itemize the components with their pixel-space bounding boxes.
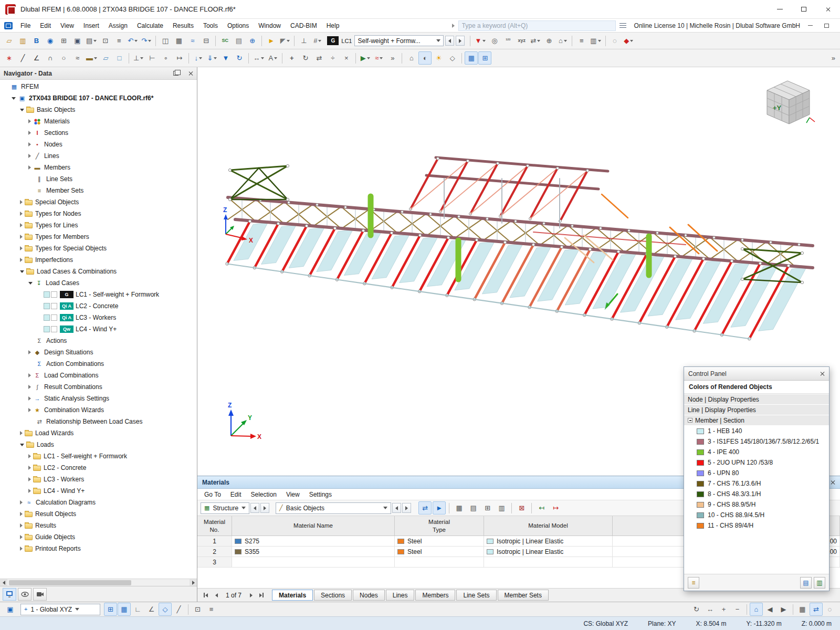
- section-color-item[interactable]: 4 - IPE 400: [684, 447, 829, 457]
- copy-graphic-icon[interactable]: ⊡: [99, 34, 112, 47]
- panel-manager-icon[interactable]: ⊞: [57, 34, 70, 47]
- material-model-cell[interactable]: [484, 557, 613, 568]
- member-eccentricity-icon[interactable]: ↦: [173, 51, 186, 65]
- tree-expander-icon[interactable]: [28, 373, 31, 377]
- tables-toggle-icon[interactable]: ▦: [172, 34, 185, 47]
- section-color-item[interactable]: 10 - CHS 88.9/4.5/H: [684, 510, 829, 520]
- clear-table-icon[interactable]: ⊠: [515, 501, 528, 514]
- loadcase-solve-cell[interactable]: [44, 314, 50, 321]
- search-input[interactable]: [462, 22, 612, 29]
- new-opening-icon[interactable]: □: [113, 51, 126, 65]
- message-center-icon[interactable]: ◌: [823, 603, 836, 616]
- tree-item-2tx043-bridge-107-dance-floor-rf6[interactable]: ▣2TX043 BRIDGE 107 - DANCE FLOOR.rf6*: [0, 92, 197, 104]
- section-color-item[interactable]: 9 - CHS 88.9/5/H: [684, 499, 829, 510]
- tree-item-rfem[interactable]: ▦RFEM: [0, 81, 197, 92]
- result-diagrams-icon[interactable]: ≈: [186, 34, 199, 47]
- tree-item-combination-wizards[interactable]: ★Combination Wizards: [0, 404, 197, 416]
- tree-expander-icon[interactable]: [20, 512, 23, 516]
- tree-item-materials[interactable]: Materials: [0, 116, 197, 127]
- tree-expander-icon[interactable]: [28, 119, 31, 123]
- member-hinge-icon[interactable]: ∘: [159, 51, 172, 65]
- zoom-window-icon[interactable]: ◌: [608, 34, 622, 47]
- table-group-dropdown[interactable]: ▦ Structure: [201, 502, 249, 514]
- new-arc-icon[interactable]: ∩: [44, 51, 57, 65]
- work-plane-icon[interactable]: ⊥: [297, 34, 310, 47]
- annotation-icon[interactable]: A: [266, 51, 279, 65]
- rotate-objects-icon[interactable]: ↻: [299, 51, 312, 65]
- table-tab-nodes[interactable]: Nodes: [353, 590, 385, 601]
- undo-icon[interactable]: ↶: [126, 34, 139, 47]
- loadcase-check-cell[interactable]: [51, 326, 57, 332]
- tree-item-members[interactable]: ▬Members: [0, 162, 197, 173]
- numbering-objects-icon[interactable]: ¹²³: [501, 34, 514, 47]
- tree-item-lc3-workers[interactable]: LC3 - Workers: [0, 474, 197, 485]
- loadcase-check-cell[interactable]: [51, 314, 57, 321]
- tree-expander-icon[interactable]: [28, 408, 31, 412]
- viewport-display-icon[interactable]: ▣: [4, 603, 17, 616]
- polar-toggle-icon[interactable]: ∠: [145, 603, 158, 616]
- tree-expander-icon[interactable]: [20, 431, 23, 435]
- menu-cad-bim[interactable]: CAD-BIM: [286, 20, 322, 32]
- tree-item-calculation-diagrams[interactable]: ≈Calculation Diagrams: [0, 497, 197, 508]
- user-views-icon[interactable]: ⌂: [556, 34, 569, 47]
- tree-expander-icon[interactable]: [12, 97, 16, 100]
- navigator-tab-views[interactable]: [33, 588, 47, 601]
- tree-expander-icon[interactable]: [20, 535, 23, 539]
- collapse-icon[interactable]: [688, 418, 692, 423]
- pick-in-graphic-icon[interactable]: ►: [433, 501, 446, 514]
- export-spreadsheet-icon[interactable]: SC: [218, 34, 232, 47]
- scroll-left-icon[interactable]: [0, 579, 7, 586]
- tree-expander-icon[interactable]: [28, 489, 31, 493]
- menu-insert[interactable]: Insert: [79, 20, 104, 32]
- graphic-sync-icon[interactable]: ⇄: [810, 603, 823, 616]
- snap-toggle-icon[interactable]: ⊞: [104, 603, 117, 616]
- float-panel-icon[interactable]: [173, 71, 178, 76]
- web-services-icon[interactable]: ⊕: [246, 34, 259, 47]
- color-scales-icon[interactable]: ▥: [589, 34, 602, 47]
- results-display-icon[interactable]: ≈: [372, 51, 385, 65]
- tree-expander-icon[interactable]: [28, 477, 31, 481]
- loadcase-check-cell[interactable]: [51, 291, 57, 298]
- tree-expander-icon[interactable]: [28, 142, 31, 146]
- tree-item-lc3-workers[interactable]: Qi ALC3 - Workers: [0, 312, 197, 323]
- float-ribbon-icon[interactable]: [824, 24, 829, 28]
- scroll-right-icon[interactable]: [190, 579, 197, 586]
- panel-list-icon[interactable]: ≡: [688, 577, 699, 589]
- new-polyline-icon[interactable]: ∠: [30, 51, 43, 65]
- section-color-item[interactable]: 1 - HEB 140: [684, 426, 829, 436]
- open-model-icon[interactable]: ▥: [16, 34, 29, 47]
- object-snap-icon[interactable]: ◇: [159, 603, 172, 616]
- tree-item-lc4-wind-y[interactable]: LC4 - Wind Y+: [0, 485, 197, 497]
- dlubal-center-icon[interactable]: ◉: [44, 34, 57, 47]
- tree-expander-icon[interactable]: [20, 523, 23, 528]
- close-table-icon[interactable]: [830, 480, 835, 485]
- previous-page-button[interactable]: [211, 590, 222, 601]
- nodal-support-icon[interactable]: ⊥: [132, 51, 145, 65]
- area-load-icon[interactable]: ▼: [219, 51, 232, 65]
- close-navigator-icon[interactable]: [188, 71, 193, 76]
- render-mode-icon[interactable]: ◐: [418, 51, 432, 65]
- tree-item-lines[interactable]: ╱Lines: [0, 150, 197, 162]
- tree-item-printout-reports[interactable]: Printout Reports: [0, 543, 197, 554]
- visibility-modes-icon[interactable]: ◎: [488, 34, 501, 47]
- collapse-ribbon-icon[interactable]: [808, 25, 813, 26]
- bridge-truss-model[interactable]: [226, 158, 813, 341]
- close-button[interactable]: [816, 0, 840, 19]
- table-tab-materials[interactable]: Materials: [272, 590, 313, 601]
- tree-expander-icon[interactable]: [20, 212, 23, 216]
- new-spline-icon[interactable]: ≈: [71, 51, 84, 65]
- new-model-icon[interactable]: ▱: [3, 34, 16, 47]
- table-category-dropdown[interactable]: ╱ Basic Objects: [276, 502, 391, 514]
- tree-item-member-sets[interactable]: ≡Member Sets: [0, 185, 197, 196]
- ortho-toggle-icon[interactable]: ∟: [131, 603, 144, 616]
- tree-expander-icon[interactable]: [28, 350, 31, 354]
- tree-expander-icon[interactable]: [20, 500, 23, 505]
- tree-expander-icon[interactable]: [20, 547, 23, 551]
- table-tab-member-sets[interactable]: Member Sets: [498, 590, 549, 601]
- table-relations-icon[interactable]: ⊞: [481, 501, 494, 514]
- color-group-node-display-properties[interactable]: Node | Display Properties: [684, 394, 829, 405]
- minimize-button[interactable]: [768, 0, 792, 19]
- first-table-button[interactable]: [201, 590, 211, 601]
- layers-icon[interactable]: ≡: [205, 603, 218, 616]
- tree-expander-icon[interactable]: [28, 396, 31, 401]
